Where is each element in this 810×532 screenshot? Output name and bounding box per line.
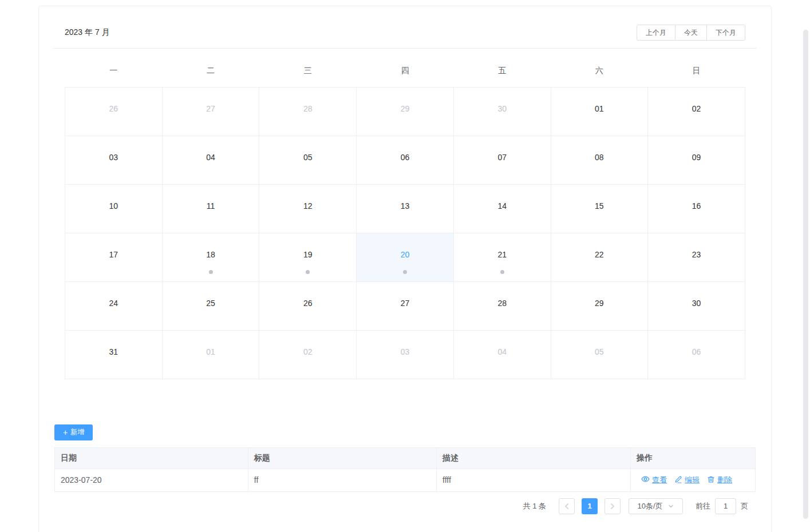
- calendar-day-10[interactable]: 10: [65, 184, 163, 233]
- calendar-day-02[interactable]: 02: [259, 330, 357, 379]
- calendar-day-05[interactable]: 05: [551, 330, 648, 379]
- calendar-day-21[interactable]: 21: [453, 233, 551, 281]
- day-number: 29: [401, 104, 410, 113]
- cell-date: 2023-07-20: [55, 469, 248, 491]
- day-number: 30: [692, 299, 701, 308]
- column-header: 描述: [437, 447, 631, 469]
- today-button[interactable]: 今天: [675, 25, 707, 41]
- calendar-day-11[interactable]: 11: [162, 184, 259, 233]
- calendar-day-24[interactable]: 24: [65, 281, 163, 330]
- calendar-day-31[interactable]: 31: [65, 330, 163, 379]
- calendar-day-03[interactable]: 03: [357, 330, 454, 379]
- calendar-day-19[interactable]: 19: [259, 233, 357, 281]
- plus-icon: +: [63, 428, 68, 436]
- records-section: + 新增 日期标题描述操作 2023-07-20ffffff查看编辑删除 共 1…: [54, 424, 756, 514]
- calendar-day-28[interactable]: 28: [453, 281, 551, 330]
- day-number: 20: [401, 250, 410, 259]
- day-number: 26: [109, 104, 118, 113]
- calendar-day-06[interactable]: 06: [648, 330, 745, 379]
- calendar-day-30[interactable]: 30: [453, 87, 551, 136]
- calendar-day-01[interactable]: 01: [551, 87, 648, 136]
- day-number: 25: [206, 299, 215, 308]
- day-number: 02: [692, 104, 701, 113]
- calendar-day-07[interactable]: 07: [453, 136, 551, 184]
- calendar-day-13[interactable]: 13: [357, 184, 454, 233]
- calendar-day-20[interactable]: 20: [357, 233, 454, 281]
- prev-month-button[interactable]: 上个月: [637, 25, 675, 41]
- day-number: 29: [595, 299, 604, 308]
- weekday-header: 六: [551, 55, 648, 87]
- day-number: 04: [206, 153, 215, 162]
- scrollbar-thumb[interactable]: [803, 30, 808, 519]
- calendar-day-22[interactable]: 22: [551, 233, 648, 281]
- calendar-day-08[interactable]: 08: [551, 136, 648, 184]
- edit-button[interactable]: 编辑: [674, 475, 700, 485]
- next-month-button[interactable]: 下个月: [707, 25, 745, 41]
- calendar-day-18[interactable]: 18: [162, 233, 259, 281]
- calendar-day-27[interactable]: 27: [357, 281, 454, 330]
- trash-icon: [707, 475, 715, 485]
- view-button[interactable]: 查看: [641, 475, 667, 485]
- event-dot: [306, 270, 310, 274]
- calendar-day-04[interactable]: 04: [453, 330, 551, 379]
- edit-pen-icon: [674, 475, 682, 485]
- weekday-header: 四: [357, 55, 454, 87]
- table-row: 2023-07-20ffffff查看编辑删除: [55, 469, 756, 491]
- pagination: 共 1 条 1 10条/页 前往 页: [54, 498, 756, 514]
- calendar-day-01[interactable]: 01: [162, 330, 259, 379]
- day-number: 08: [595, 153, 604, 162]
- day-number: 22: [595, 250, 604, 259]
- event-dot: [209, 270, 213, 274]
- day-number: 21: [497, 250, 507, 259]
- add-button[interactable]: + 新增: [54, 424, 93, 440]
- eye-icon: [641, 475, 650, 485]
- calendar-day-29[interactable]: 29: [357, 87, 454, 136]
- delete-button[interactable]: 删除: [707, 475, 732, 485]
- day-number: 06: [692, 347, 701, 356]
- calendar-header: 2023 年 7 月 上个月 今天 下个月: [53, 6, 757, 49]
- calendar-day-12[interactable]: 12: [259, 184, 357, 233]
- calendar-day-04[interactable]: 04: [162, 136, 259, 184]
- day-number: 14: [497, 201, 507, 211]
- weekday-header: 日: [648, 55, 745, 87]
- calendar-table: 一二三四五六日 26272829300102030405060708091011…: [65, 55, 745, 379]
- calendar-day-03[interactable]: 03: [65, 136, 163, 184]
- calendar-day-23[interactable]: 23: [648, 233, 745, 281]
- page-size-value: 10条/页: [637, 501, 662, 511]
- weekday-header: 二: [162, 55, 259, 87]
- cell-title: ff: [248, 469, 436, 491]
- calendar-day-17[interactable]: 17: [65, 233, 163, 281]
- day-number: 18: [206, 250, 215, 259]
- calendar-day-05[interactable]: 05: [259, 136, 357, 184]
- page-size-select[interactable]: 10条/页: [629, 498, 683, 514]
- calendar-day-26[interactable]: 26: [259, 281, 357, 330]
- day-number: 27: [206, 104, 215, 113]
- day-number: 24: [109, 299, 118, 308]
- calendar-day-16[interactable]: 16: [648, 184, 745, 233]
- page-number-button[interactable]: 1: [582, 498, 598, 514]
- calendar-day-30[interactable]: 30: [648, 281, 745, 330]
- day-number: 31: [109, 347, 118, 356]
- calendar-day-06[interactable]: 06: [357, 136, 454, 184]
- calendar-day-26[interactable]: 26: [65, 87, 163, 136]
- calendar-day-29[interactable]: 29: [551, 281, 648, 330]
- calendar-day-28[interactable]: 28: [259, 87, 357, 136]
- calendar-day-09[interactable]: 09: [648, 136, 745, 184]
- day-number: 12: [303, 201, 313, 211]
- day-number: 28: [303, 104, 313, 113]
- day-number: 03: [109, 153, 118, 162]
- column-header: 操作: [631, 447, 756, 469]
- column-header: 日期: [55, 447, 248, 469]
- calendar-day-15[interactable]: 15: [551, 184, 648, 233]
- prev-page-button[interactable]: [559, 498, 575, 514]
- next-page-button[interactable]: [604, 498, 621, 514]
- day-number: 04: [497, 347, 507, 356]
- calendar-day-27[interactable]: 27: [162, 87, 259, 136]
- goto-page-input[interactable]: [715, 498, 736, 514]
- day-number: 26: [303, 299, 313, 308]
- calendar-day-14[interactable]: 14: [453, 184, 551, 233]
- day-number: 10: [109, 201, 118, 211]
- calendar-day-02[interactable]: 02: [648, 87, 745, 136]
- calendar-day-25[interactable]: 25: [162, 281, 259, 330]
- goto-label: 前往: [696, 501, 710, 511]
